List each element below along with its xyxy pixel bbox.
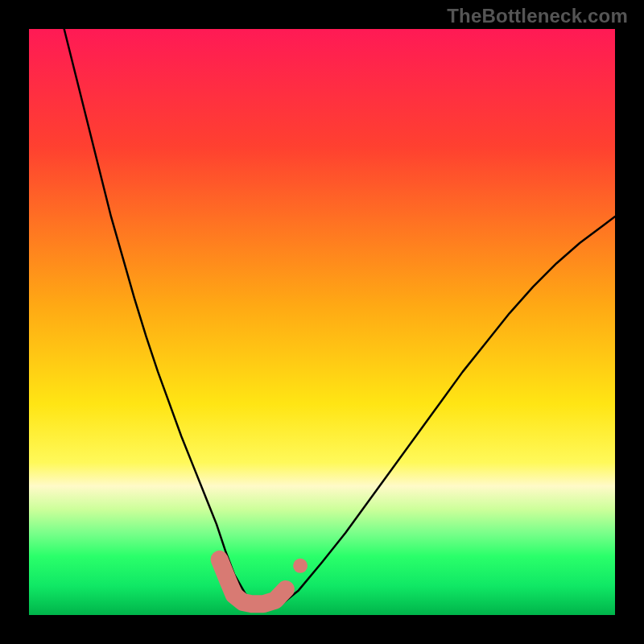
highlight-marker xyxy=(293,559,308,573)
plot-background xyxy=(29,29,615,615)
chart-svg xyxy=(0,0,644,644)
watermark-text: TheBottleneck.com xyxy=(447,5,628,27)
chart-container: { "watermark": "TheBottleneck.com", "cha… xyxy=(0,0,644,644)
